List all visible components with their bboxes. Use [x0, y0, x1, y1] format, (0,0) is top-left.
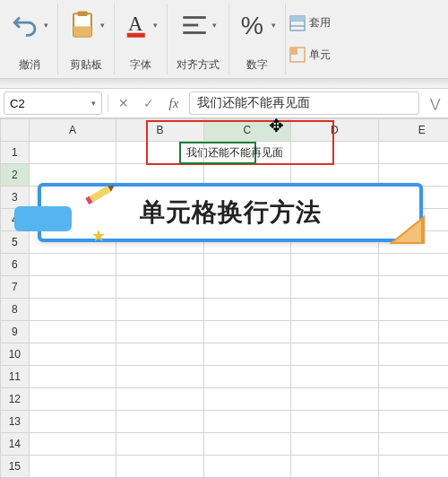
cell[interactable]	[29, 343, 116, 366]
cell[interactable]	[116, 299, 203, 321]
select-all-corner[interactable]	[1, 119, 30, 142]
row-header-15[interactable]: 15	[1, 456, 30, 478]
cell[interactable]	[29, 411, 116, 433]
cell[interactable]	[29, 456, 116, 478]
font-group[interactable]: A ▾ 字体	[115, 4, 168, 74]
cell[interactable]	[29, 433, 116, 456]
row-header-2[interactable]: 2	[1, 164, 30, 187]
cell[interactable]	[291, 433, 378, 456]
row-header-12[interactable]: 12	[1, 388, 30, 411]
formula-expand-button[interactable]: ⋁	[425, 91, 444, 115]
cell[interactable]	[203, 433, 290, 456]
cell[interactable]	[291, 343, 378, 366]
cell[interactable]	[29, 388, 116, 411]
formula-input[interactable]: 我们还能不能再见面	[189, 91, 419, 115]
cell[interactable]	[29, 142, 116, 164]
cell[interactable]	[378, 321, 448, 343]
col-header-E[interactable]: E	[378, 119, 448, 142]
cell[interactable]	[203, 411, 290, 433]
cell[interactable]	[378, 276, 448, 299]
col-header-D[interactable]: D	[291, 119, 378, 142]
cell[interactable]	[116, 433, 203, 456]
cell[interactable]	[203, 299, 290, 321]
cell[interactable]	[378, 411, 448, 433]
svg-rect-4	[127, 33, 145, 38]
cell[interactable]	[116, 321, 203, 343]
cell[interactable]	[203, 388, 290, 411]
cell[interactable]	[291, 411, 378, 433]
number-group[interactable]: % ▾ 数字	[229, 4, 286, 74]
alignment-icon: ▾	[179, 5, 217, 45]
cell[interactable]	[29, 321, 116, 343]
table-style-button[interactable]: 套用	[289, 15, 443, 31]
undo-group[interactable]: ▾ 撤消	[2, 4, 58, 74]
cell[interactable]	[291, 456, 378, 478]
cell[interactable]	[291, 321, 378, 343]
cell-style-icon	[289, 47, 306, 63]
row-header-10[interactable]: 10	[1, 343, 30, 366]
separator	[108, 94, 108, 112]
cell[interactable]	[378, 388, 448, 411]
row-header-14[interactable]: 14	[1, 433, 30, 456]
cell[interactable]	[29, 254, 116, 276]
table-style-icon	[289, 15, 306, 31]
row-header-9[interactable]: 9	[1, 321, 30, 343]
cell[interactable]	[203, 142, 290, 164]
cell[interactable]	[29, 299, 116, 321]
cell[interactable]	[291, 142, 378, 164]
chevron-down-icon: ▾	[91, 99, 96, 108]
clipboard-group[interactable]: ▾ 剪贴板	[58, 4, 115, 74]
cell[interactable]	[291, 299, 378, 321]
cell[interactable]	[291, 366, 378, 388]
grid-table[interactable]: A B C D E 123456789101112131415	[0, 118, 448, 478]
row-header-11[interactable]: 11	[1, 366, 30, 388]
cell[interactable]	[203, 276, 290, 299]
row-header-3[interactable]: 3	[1, 187, 30, 209]
cell[interactable]	[116, 456, 203, 478]
cell[interactable]	[378, 142, 448, 164]
cell[interactable]	[116, 142, 203, 164]
cell[interactable]	[378, 343, 448, 366]
row-header-5[interactable]: 5	[1, 231, 30, 254]
row-header-8[interactable]: 8	[1, 299, 30, 321]
name-box[interactable]: C2 ▾	[4, 91, 102, 115]
cell[interactable]	[203, 321, 290, 343]
cell[interactable]	[378, 456, 448, 478]
cell[interactable]	[116, 343, 203, 366]
ribbon-divider	[0, 79, 448, 88]
cell[interactable]	[116, 276, 203, 299]
fx-icon[interactable]: fx	[164, 91, 184, 115]
cell[interactable]	[291, 388, 378, 411]
alignment-group[interactable]: ▾ 对齐方式	[168, 4, 229, 74]
cell[interactable]	[116, 388, 203, 411]
cell[interactable]	[291, 254, 378, 276]
formula-cancel-button[interactable]: ✕	[114, 91, 134, 115]
col-header-C[interactable]: C	[203, 119, 290, 142]
cell[interactable]	[378, 433, 448, 456]
row-header-1[interactable]: 1	[1, 142, 30, 164]
ruler-icon	[389, 215, 425, 244]
cell[interactable]	[378, 366, 448, 388]
row-header-6[interactable]: 6	[1, 254, 30, 276]
cell[interactable]	[29, 276, 116, 299]
cell[interactable]	[29, 366, 116, 388]
cell[interactable]	[203, 254, 290, 276]
cell[interactable]	[203, 456, 290, 478]
cell[interactable]	[291, 276, 378, 299]
cell[interactable]	[203, 366, 290, 388]
cell[interactable]	[203, 343, 290, 366]
col-header-B[interactable]: B	[116, 119, 203, 142]
svg-rect-14	[290, 48, 297, 55]
star-icon: ★	[91, 226, 106, 246]
row-header-7[interactable]: 7	[1, 276, 30, 299]
cell[interactable]	[378, 299, 448, 321]
cell-style-button[interactable]: 单元	[289, 47, 443, 63]
cell[interactable]	[116, 411, 203, 433]
cell[interactable]	[116, 366, 203, 388]
formula-confirm-button[interactable]: ✓	[139, 91, 159, 115]
cell[interactable]	[378, 254, 448, 276]
col-header-A[interactable]: A	[29, 119, 116, 142]
cell[interactable]	[116, 254, 203, 276]
ribbon-toolbar: ▾ 撤消 ▾ 剪贴板 A ▾ 字体 ▾ 对齐方式 % ▾ 数字	[0, 0, 448, 79]
row-header-13[interactable]: 13	[1, 411, 30, 433]
